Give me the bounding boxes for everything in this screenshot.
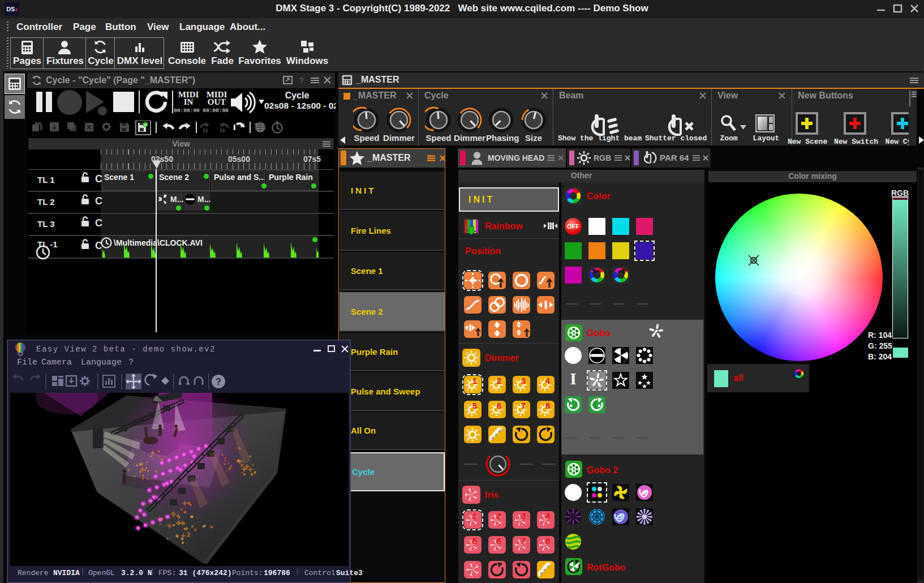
svg-text:4: 4 xyxy=(545,376,551,385)
svg-text:6: 6 xyxy=(497,536,501,546)
svg-text:7: 7 xyxy=(521,401,526,410)
svg-text:2: 2 xyxy=(497,376,501,385)
svg-text:4: 4 xyxy=(545,511,551,521)
svg-text:1: 1 xyxy=(472,376,477,385)
svg-text:6: 6 xyxy=(497,401,501,410)
svg-text:3: 3 xyxy=(521,376,526,385)
svg-text:5: 5 xyxy=(472,401,477,410)
svg-text:2: 2 xyxy=(497,511,501,521)
svg-text:?: ? xyxy=(216,376,221,387)
svg-text:3: 3 xyxy=(521,511,526,521)
svg-text:8: 8 xyxy=(545,401,550,410)
svg-text:7: 7 xyxy=(521,536,526,546)
svg-text:1: 1 xyxy=(472,511,477,521)
svg-text:5: 5 xyxy=(472,536,477,546)
svg-text:8: 8 xyxy=(545,536,550,546)
